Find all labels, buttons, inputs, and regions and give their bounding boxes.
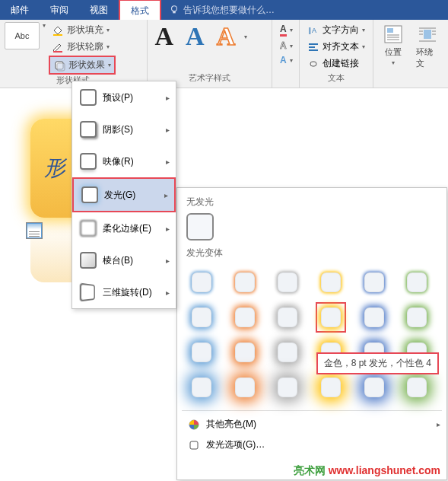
svg-rect-7 (309, 43, 318, 45)
tell-me-search[interactable]: 告诉我您想要做什么… (169, 4, 275, 17)
text-effects-button[interactable]: A▾ (277, 53, 294, 67)
svg-rect-9 (309, 49, 318, 51)
chevron-down-icon: ▾ (106, 43, 110, 50)
glow-swatch[interactable] (272, 372, 303, 403)
glow-gallery-panel: 无发光 发光变体 金色，8 pt 发光，个性色 4 其他亮色(M) ▸ 发光选项… (176, 187, 447, 480)
shadow-icon (80, 121, 97, 138)
wordart-expand[interactable]: ▾ (244, 33, 247, 40)
effects-icon (53, 59, 65, 72)
align-text-button[interactable]: 对齐文本▾ (304, 39, 368, 55)
glow-swatch[interactable] (186, 302, 217, 333)
text-fill-button[interactable]: A▾ (277, 22, 294, 38)
tab-format[interactable]: 格式 (119, 0, 161, 21)
preset-icon (80, 89, 97, 106)
layout-options-icon (27, 223, 42, 238)
color-wheel-icon (188, 419, 200, 431)
menu-glow[interactable]: 发光(G) ▸ (72, 177, 176, 212)
glow-swatch[interactable] (359, 302, 389, 333)
shape-style-preset[interactable]: Abc (5, 22, 40, 49)
glow-swatch[interactable] (230, 302, 260, 333)
svg-point-0 (172, 6, 177, 11)
wrap-text-button[interactable]: 环绕文 (411, 22, 443, 71)
text-direction-icon: ∥A (307, 24, 319, 37)
glow-swatch[interactable] (186, 372, 217, 403)
chevron-right-icon: ▸ (166, 158, 170, 166)
tab-view[interactable]: 视图 (79, 0, 119, 21)
glow-swatch[interactable] (272, 267, 303, 298)
glow-swatch[interactable] (402, 267, 432, 298)
svg-rect-5 (57, 63, 65, 71)
glow-options-icon (188, 439, 200, 451)
menu-reflection[interactable]: 映像(R) ▸ (72, 145, 176, 177)
position-button[interactable]: 位置▾ (378, 22, 408, 68)
glow-swatch[interactable] (272, 337, 303, 368)
layout-options-button[interactable] (26, 222, 43, 239)
tab-review[interactable]: 审阅 (40, 0, 79, 21)
shape-effects-button[interactable]: 形状效果 ▾ (49, 56, 116, 75)
svg-rect-2 (53, 34, 62, 36)
chevron-right-icon: ▸ (166, 288, 170, 297)
glow-swatch[interactable] (316, 267, 346, 298)
glow-swatch[interactable] (316, 372, 346, 403)
watermark: 亮术网 www.liangshunet.com (294, 464, 440, 478)
glow-swatch[interactable] (230, 372, 260, 403)
svg-rect-23 (190, 441, 198, 449)
chevron-right-icon: ▸ (166, 126, 170, 134)
glow-tooltip: 金色，8 pt 发光，个性色 4 (316, 352, 439, 374)
menu-bevel[interactable]: 棱台(B) ▸ (72, 244, 176, 276)
wordart-style-3[interactable]: A (214, 22, 239, 51)
glow-swatch[interactable] (186, 267, 217, 298)
glow-swatch[interactable] (402, 302, 432, 333)
glow-swatch[interactable] (359, 267, 389, 298)
tell-me-text: 告诉我您想要做什么… (183, 4, 275, 17)
pen-icon (52, 41, 64, 53)
menu-soft-edges[interactable]: 柔化边缘(E) ▸ (72, 212, 176, 244)
svg-rect-8 (309, 46, 315, 48)
glow-swatch[interactable] (359, 372, 389, 403)
menu-3d-rotation[interactable]: 三维旋转(D) ▸ (72, 276, 176, 308)
no-glow-label: 无发光 (186, 196, 442, 209)
soft-edges-icon (80, 220, 97, 237)
shape-text: 形 (44, 154, 65, 183)
style-gallery-expand[interactable]: ▾ (43, 22, 46, 29)
glow-swatch[interactable] (230, 337, 260, 368)
glow-options[interactable]: 发光选项(G)… (182, 435, 442, 455)
shape-fill-button[interactable]: 形状填充 ▾ (49, 22, 116, 38)
bucket-icon (52, 24, 64, 37)
align-text-icon (307, 41, 319, 53)
more-glow-colors[interactable]: 其他亮色(M) ▸ (182, 414, 442, 435)
glow-swatch[interactable] (230, 267, 260, 298)
wordart-style-2[interactable]: A (183, 22, 208, 51)
glow-swatch[interactable] (316, 302, 346, 333)
position-icon (383, 24, 404, 45)
chevron-right-icon: ▸ (166, 256, 170, 265)
svg-rect-1 (173, 11, 176, 14)
rotation-3d-icon (80, 283, 95, 302)
bevel-icon (80, 252, 97, 269)
shape-outline-button[interactable]: 形状轮廓 ▾ (49, 39, 116, 55)
svg-text:∥A: ∥A (308, 27, 316, 34)
group-label-text: 文本 (304, 72, 368, 85)
wrap-icon (417, 24, 438, 45)
text-direction-button[interactable]: ∥A 文字方向▾ (304, 22, 368, 38)
text-outline-button[interactable]: A▾ (277, 39, 294, 53)
chevron-right-icon: ▸ (166, 225, 170, 233)
glow-swatch[interactable] (186, 337, 217, 368)
chevron-right-icon: ▸ (437, 420, 440, 428)
bulb-icon (169, 5, 180, 15)
wordart-style-1[interactable]: A (152, 22, 177, 51)
chevron-down-icon: ▾ (106, 27, 110, 33)
create-link-button[interactable]: 创建链接 (304, 56, 368, 72)
tab-mail[interactable]: 邮件 (0, 0, 40, 21)
glow-swatch[interactable] (402, 372, 432, 403)
menu-shadow[interactable]: 阴影(S) ▸ (72, 113, 176, 145)
glow-swatch[interactable] (272, 302, 303, 333)
svg-rect-3 (53, 51, 62, 53)
shape-effects-menu: 预设(P) ▸ 阴影(S) ▸ 映像(R) ▸ 发光(G) ▸ 柔化边缘(E) … (71, 81, 176, 309)
chevron-right-icon: ▸ (164, 191, 168, 199)
svg-rect-15 (424, 30, 431, 39)
glow-variants-label: 发光变体 (186, 247, 442, 260)
chevron-down-icon: ▾ (108, 62, 111, 68)
no-glow-swatch[interactable] (186, 213, 214, 240)
menu-preset[interactable]: 预设(P) ▸ (72, 81, 176, 113)
